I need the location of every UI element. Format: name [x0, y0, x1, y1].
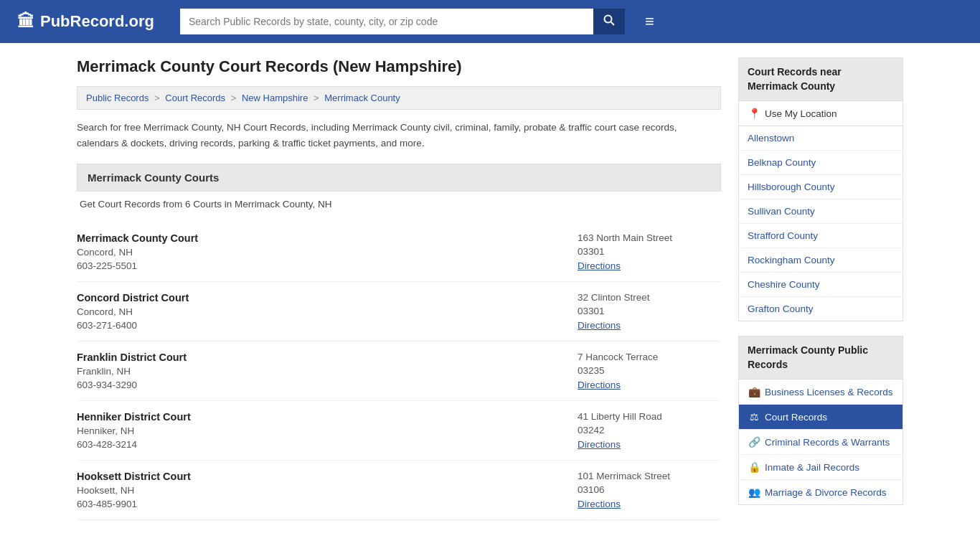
court-entry: Henniker District Court Henniker, NH 603… — [77, 401, 721, 461]
sidebar-nearby-item[interactable]: Allenstown — [739, 126, 903, 151]
breadcrumb-sep-3: > — [314, 93, 319, 103]
sidebar-nearby-item[interactable]: Strafford County — [739, 224, 903, 248]
page-description: Search for free Merrimack County, NH Cou… — [77, 120, 721, 151]
nearby-item-label: Sullivan County — [748, 206, 815, 217]
sidebar-nearby-item[interactable]: Belknap County — [739, 151, 903, 175]
public-record-label: Criminal Records & Warrants — [765, 437, 890, 448]
breadcrumb-sep-1: > — [154, 93, 160, 103]
court-zip: 03301 — [578, 306, 721, 316]
page-title: Merrimack County Court Records (New Hamp… — [77, 57, 721, 76]
sidebar-public-records-title: Merrimack County Public Records — [738, 336, 903, 380]
court-phone: 603-485-9901 — [77, 499, 191, 509]
sidebar-nearby-items: AllenstownBelknap CountyHillsborough Cou… — [738, 126, 903, 321]
sidebar-nearby-item[interactable]: Cheshire County — [739, 273, 903, 297]
nearby-item-label: Allenstown — [748, 133, 794, 143]
breadcrumb-public-records[interactable]: Public Records — [86, 93, 149, 103]
header: 🏛 PubRecord.org ≡ — [0, 0, 980, 43]
public-record-label: Inmate & Jail Records — [765, 462, 859, 473]
public-record-icon: 💼 — [748, 386, 760, 397]
section-header: Merrimack County Courts — [77, 164, 721, 192]
sidebar-nearby-list: 📍 Use My Location — [738, 101, 903, 126]
court-left: Franklin District Court Franklin, NH 603… — [77, 352, 187, 390]
search-container — [180, 9, 625, 34]
court-name: Henniker District Court — [77, 411, 191, 423]
breadcrumb-sep-2: > — [231, 93, 237, 103]
sidebar-nearby-item[interactable]: Sullivan County — [739, 199, 903, 224]
logo[interactable]: 🏛 PubRecord.org — [17, 11, 154, 32]
court-left: Henniker District Court Henniker, NH 603… — [77, 411, 191, 450]
court-address: 32 Clinton Street — [578, 292, 721, 303]
public-record-icon: 🔗 — [748, 436, 760, 448]
nearby-item-label: Strafford County — [748, 230, 818, 241]
hamburger-menu-button[interactable]: ≡ — [645, 14, 654, 29]
public-record-label: Marriage & Divorce Records — [765, 487, 887, 498]
svg-line-1 — [611, 22, 614, 26]
court-address: 163 North Main Street — [578, 232, 721, 243]
main-container: Merrimack County Court Records (New Hamp… — [60, 43, 920, 534]
logo-text: PubRecord.org — [40, 12, 154, 31]
search-input[interactable] — [180, 9, 593, 34]
court-zip: 03242 — [578, 425, 721, 435]
sidebar-public-records-list: 💼 Business Licenses & Records ⚖ Court Re… — [738, 380, 903, 505]
court-city: Hooksett, NH — [77, 485, 191, 496]
court-right: 41 Liberty Hill Road 03242 Directions — [578, 411, 721, 450]
sidebar-nearby-title: Court Records nearMerrimack County — [738, 57, 903, 101]
court-entry: Concord District Court Concord, NH 603-2… — [77, 282, 721, 342]
public-record-icon: ⚖ — [748, 411, 760, 423]
directions-link[interactable]: Directions — [578, 260, 621, 271]
court-city: Henniker, NH — [77, 425, 191, 436]
court-zip: 03235 — [578, 365, 721, 376]
public-record-label: Business Licenses & Records — [765, 387, 893, 397]
public-record-icon: 👥 — [748, 486, 760, 498]
breadcrumb-new-hampshire[interactable]: New Hampshire — [242, 93, 308, 103]
sidebar: Court Records nearMerrimack County 📍 Use… — [738, 57, 903, 520]
sidebar-public-record-item[interactable]: 🔒 Inmate & Jail Records — [739, 455, 903, 480]
court-left: Concord District Court Concord, NH 603-2… — [77, 292, 189, 331]
court-address: 101 Merrimack Street — [578, 471, 721, 481]
breadcrumb-court-records[interactable]: Court Records — [165, 93, 225, 103]
courts-list: Merrimack County Court Concord, NH 603-2… — [77, 222, 721, 520]
search-button[interactable] — [593, 9, 625, 34]
sidebar-nearby-item[interactable]: Grafton County — [739, 297, 903, 321]
court-city: Franklin, NH — [77, 366, 187, 377]
sidebar-public-record-item[interactable]: ⚖ Court Records — [739, 405, 903, 430]
sidebar-nearby-item[interactable]: Rockingham County — [739, 248, 903, 273]
nearby-item-label: Belknap County — [748, 157, 816, 168]
court-phone: 603-271-6400 — [77, 320, 189, 331]
court-right: 163 North Main Street 03301 Directions — [578, 232, 721, 271]
court-address: 7 Hancock Terrace — [578, 352, 721, 362]
public-record-label: Court Records — [765, 412, 827, 423]
court-phone: 603-934-3290 — [77, 380, 187, 390]
nearby-item-label: Cheshire County — [748, 279, 820, 290]
courts-count: Get Court Records from 6 Courts in Merri… — [77, 199, 721, 209]
directions-link[interactable]: Directions — [578, 499, 621, 509]
sidebar-item-use-location[interactable]: 📍 Use My Location — [739, 101, 903, 126]
court-zip: 03301 — [578, 246, 721, 257]
court-left: Hooksett District Court Hooksett, NH 603… — [77, 471, 191, 509]
court-right: 101 Merrimack Street 03106 Directions — [578, 471, 721, 509]
court-phone: 603-428-3214 — [77, 439, 191, 450]
nearby-item-label: Hillsborough County — [748, 182, 835, 192]
court-name: Concord District Court — [77, 292, 189, 303]
directions-link[interactable]: Directions — [578, 320, 621, 331]
sidebar-public-record-item[interactable]: 👥 Marriage & Divorce Records — [739, 480, 903, 504]
nearby-item-label: Rockingham County — [748, 255, 835, 265]
court-name: Hooksett District Court — [77, 471, 191, 482]
use-location-label: Use My Location — [765, 108, 837, 119]
directions-link[interactable]: Directions — [578, 380, 621, 390]
court-name: Franklin District Court — [77, 352, 187, 363]
sidebar-public-record-item[interactable]: 💼 Business Licenses & Records — [739, 380, 903, 405]
content-area: Merrimack County Court Records (New Hamp… — [77, 57, 721, 520]
breadcrumb-merrimack-county[interactable]: Merrimack County — [324, 93, 400, 103]
svg-point-0 — [604, 16, 611, 23]
sidebar-nearby-item[interactable]: Hillsborough County — [739, 175, 903, 199]
court-entry: Franklin District Court Franklin, NH 603… — [77, 342, 721, 401]
court-city: Concord, NH — [77, 247, 198, 258]
public-record-icon: 🔒 — [748, 461, 760, 473]
nearby-item-label: Grafton County — [748, 303, 814, 314]
court-right: 32 Clinton Street 03301 Directions — [578, 292, 721, 331]
directions-link[interactable]: Directions — [578, 439, 621, 450]
court-phone: 603-225-5501 — [77, 260, 198, 271]
sidebar-public-record-item[interactable]: 🔗 Criminal Records & Warrants — [739, 430, 903, 455]
court-city: Concord, NH — [77, 306, 189, 317]
